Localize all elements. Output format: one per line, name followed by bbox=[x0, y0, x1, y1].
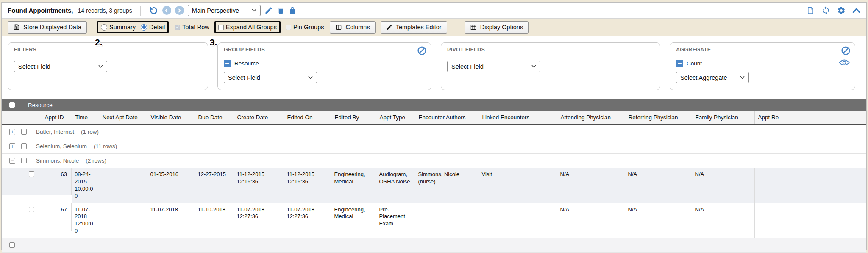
col-header-time[interactable]: Time bbox=[72, 111, 99, 124]
pivot-fields-select-field[interactable]: Select Field bbox=[447, 61, 540, 72]
summary-radio[interactable] bbox=[101, 24, 107, 31]
pin-groups-control[interactable]: Pin Groups bbox=[286, 24, 324, 31]
col-header-appt-re[interactable]: Appt Re bbox=[754, 111, 866, 124]
filters-title: FILTERS bbox=[14, 47, 202, 55]
group-checkbox[interactable] bbox=[21, 158, 27, 163]
cell-appt-re bbox=[754, 203, 866, 238]
pivot-fields-card: PIVOT FIELDS Select Field bbox=[441, 42, 660, 90]
found-appointments-panel: Found Appointments, 14 records, 3 groups… bbox=[1, 2, 867, 250]
columns-button[interactable]: Columns bbox=[330, 21, 375, 34]
col-header-linked-encounters[interactable]: Linked Encounters bbox=[479, 111, 557, 124]
collapse-toggle[interactable]: − bbox=[9, 158, 15, 164]
floppy-disk-icon bbox=[13, 24, 20, 31]
display-options-button[interactable]: Display Options bbox=[465, 21, 529, 34]
col-header-appt-type[interactable]: Appt Type bbox=[376, 111, 415, 124]
cell-edited-on: 11-12-2015 12:16:36 bbox=[284, 168, 331, 203]
pencil-icon bbox=[386, 24, 392, 31]
summary-label: Summary bbox=[109, 24, 136, 31]
select-aggregate[interactable]: Select Aggregate bbox=[676, 72, 749, 83]
expand-toggle[interactable]: + bbox=[9, 143, 15, 149]
circle-slash-icon bbox=[417, 46, 427, 56]
filters-select-field[interactable]: Select Field bbox=[14, 61, 107, 72]
appt-id-link[interactable]: 67 bbox=[61, 206, 67, 214]
divider bbox=[140, 6, 141, 16]
divider bbox=[456, 21, 456, 34]
col-header-due-date[interactable]: Due Date bbox=[195, 111, 234, 124]
annotation-callout-3: 3. bbox=[210, 38, 217, 47]
col-header-encounter-authors[interactable]: Encounter Authors bbox=[415, 111, 479, 124]
col-header-family-physician[interactable]: Family Physician bbox=[692, 111, 754, 124]
group-checkbox[interactable] bbox=[21, 143, 27, 149]
column-header-row: Appt ID Time Next Apt Date Visible Date … bbox=[2, 111, 866, 124]
total-row-label: Total Row bbox=[182, 24, 209, 31]
detail-radio-group[interactable]: Detail bbox=[141, 24, 165, 31]
minus-square-icon[interactable] bbox=[224, 60, 231, 67]
edit-perspective-button[interactable] bbox=[264, 6, 273, 15]
group-fields-select-field[interactable]: Select Field bbox=[224, 72, 317, 83]
cell-referring-physician: N/A bbox=[625, 203, 692, 238]
clear-aggregate-button[interactable] bbox=[841, 46, 851, 56]
chevron-down-icon bbox=[98, 65, 103, 68]
expand-all-groups-control[interactable]: Expand All Groups bbox=[218, 24, 277, 31]
group-row-butler: + Butler, Internist (1 row) bbox=[2, 124, 866, 139]
col-header-visible-date[interactable]: Visible Date bbox=[147, 111, 195, 124]
row-checkbox[interactable] bbox=[29, 171, 34, 177]
clear-group-fields-button[interactable] bbox=[417, 46, 427, 56]
chevron-down-icon bbox=[740, 76, 745, 79]
chevron-down-icon bbox=[252, 9, 256, 12]
refresh-button[interactable] bbox=[821, 6, 830, 15]
perspective-select[interactable]: Main Perspective bbox=[188, 5, 261, 16]
pencil-icon bbox=[264, 6, 273, 15]
col-header-edited-on[interactable]: Edited On bbox=[284, 111, 331, 124]
select-all-checkbox[interactable] bbox=[9, 102, 15, 108]
record-count: 14 records, 3 groups bbox=[78, 7, 132, 14]
col-header-referring-physician[interactable]: Referring Physician bbox=[625, 111, 692, 124]
col-header-edited-by[interactable]: Edited By bbox=[331, 111, 376, 124]
aggregate-visibility-button[interactable] bbox=[839, 59, 850, 66]
detail-label: Detail bbox=[149, 24, 165, 31]
collapse-panel-button[interactable] bbox=[852, 8, 860, 14]
templates-editor-button[interactable]: Templates Editor bbox=[381, 21, 447, 34]
detail-radio[interactable] bbox=[141, 24, 147, 31]
table-row-appt-63: 63 08-24-2015 10:00:00 01-05-2016 12-27-… bbox=[2, 168, 866, 203]
settings-button[interactable] bbox=[837, 6, 846, 15]
cell-family-physician: N/A bbox=[692, 203, 754, 238]
summary-radio-group[interactable]: Summary bbox=[101, 24, 136, 31]
expand-toggle[interactable]: + bbox=[9, 129, 15, 135]
back-button[interactable] bbox=[162, 6, 171, 15]
appt-id-link[interactable]: 63 bbox=[61, 171, 67, 178]
cell-appt-type: Audiogram, OSHA Noise bbox=[376, 168, 415, 203]
aggregate-title: AGGREGATE bbox=[676, 47, 849, 55]
minus-square-icon[interactable] bbox=[676, 60, 683, 67]
pin-groups-checkbox[interactable] bbox=[286, 25, 291, 30]
col-header-create-date[interactable]: Create Date bbox=[234, 111, 284, 124]
group-field-item-resource[interactable]: Resource bbox=[224, 60, 425, 67]
forward-button[interactable] bbox=[175, 6, 184, 15]
circle-slash-icon bbox=[841, 46, 851, 56]
query-builder-section: FILTERS Select Field GROUP FIELDS Resour… bbox=[2, 36, 866, 99]
aggregate-item-count[interactable]: Count bbox=[676, 60, 849, 67]
col-header-next-apt-date[interactable]: Next Apt Date bbox=[99, 111, 147, 124]
total-row-checkbox[interactable] bbox=[175, 25, 180, 30]
group-fields-title: GROUP FIELDS bbox=[224, 47, 425, 55]
cell-next-apt-date bbox=[99, 168, 147, 203]
chevron-down-icon bbox=[531, 65, 536, 68]
delete-perspective-button[interactable] bbox=[277, 6, 285, 15]
col-header-appt-id[interactable]: Appt ID bbox=[2, 111, 72, 124]
undo-button[interactable] bbox=[149, 6, 159, 15]
new-document-button[interactable] bbox=[807, 6, 815, 15]
lock-perspective-button[interactable] bbox=[289, 6, 296, 15]
pin-groups-label: Pin Groups bbox=[293, 24, 324, 31]
cell-encounter-authors bbox=[415, 203, 479, 238]
group-checkbox[interactable] bbox=[21, 129, 27, 135]
page-title: Found Appointments, bbox=[8, 7, 73, 14]
store-displayed-data-button[interactable]: Store Displayed Data bbox=[8, 21, 87, 34]
expand-all-groups-checkbox[interactable] bbox=[218, 25, 224, 30]
col-header-attending-physician[interactable]: Attending Physician bbox=[557, 111, 625, 124]
cell-linked-encounters bbox=[479, 203, 557, 238]
chevron-left-icon bbox=[164, 8, 169, 13]
footer-checkbox[interactable] bbox=[9, 242, 15, 248]
cell-appt-type: Pre-Placement Exam bbox=[376, 203, 415, 238]
row-checkbox[interactable] bbox=[29, 207, 34, 212]
total-row-control[interactable]: Total Row bbox=[175, 24, 209, 31]
